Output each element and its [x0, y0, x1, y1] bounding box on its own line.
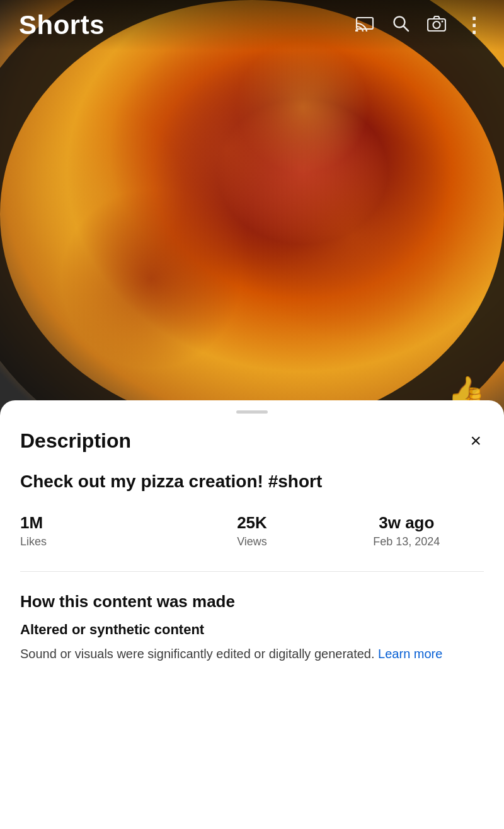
sheet-title: Description — [20, 429, 131, 453]
views-label: Views — [175, 535, 329, 548]
header-actions: ⋮ — [355, 14, 485, 37]
description-sheet: Description × Check out my pizza creatio… — [0, 400, 504, 829]
video-title: Check out my pizza creation! #short — [20, 470, 484, 493]
header: Shorts ⋮ — [0, 0, 504, 50]
video-area[interactable]: 👍 — [0, 0, 504, 429]
how-made-title: How this content was made — [20, 592, 484, 612]
stat-views: 25K Views — [175, 513, 329, 548]
search-icon[interactable] — [392, 14, 410, 37]
stat-likes: 1M Likes — [20, 513, 175, 548]
content-type-label: Altered or synthetic content — [20, 622, 484, 638]
camera-icon[interactable] — [427, 15, 446, 36]
content-description: Sound or visuals were significantly edit… — [20, 644, 484, 663]
stat-date: 3w ago Feb 13, 2024 — [329, 513, 484, 548]
cast-icon[interactable] — [355, 15, 374, 36]
views-value: 25K — [175, 513, 329, 533]
close-button[interactable]: × — [467, 429, 484, 453]
date-label: Feb 13, 2024 — [329, 535, 484, 548]
likes-label: Likes — [20, 535, 175, 548]
drag-handle[interactable] — [236, 410, 268, 414]
app-title: Shorts — [19, 10, 105, 40]
time-ago-value: 3w ago — [329, 513, 484, 533]
content-desc-text: Sound or visuals were significantly edit… — [20, 647, 378, 661]
sheet-header: Description × — [20, 429, 484, 453]
svg-line-3 — [404, 26, 409, 31]
more-options-icon[interactable]: ⋮ — [464, 20, 485, 30]
likes-value: 1M — [20, 513, 175, 533]
video-thumbnail — [0, 0, 504, 429]
stats-row: 1M Likes 25K Views 3w ago Feb 13, 2024 — [20, 513, 484, 548]
learn-more-link[interactable]: Learn more — [378, 647, 442, 661]
divider — [20, 571, 484, 572]
svg-point-5 — [433, 21, 440, 28]
svg-point-6 — [442, 20, 444, 22]
